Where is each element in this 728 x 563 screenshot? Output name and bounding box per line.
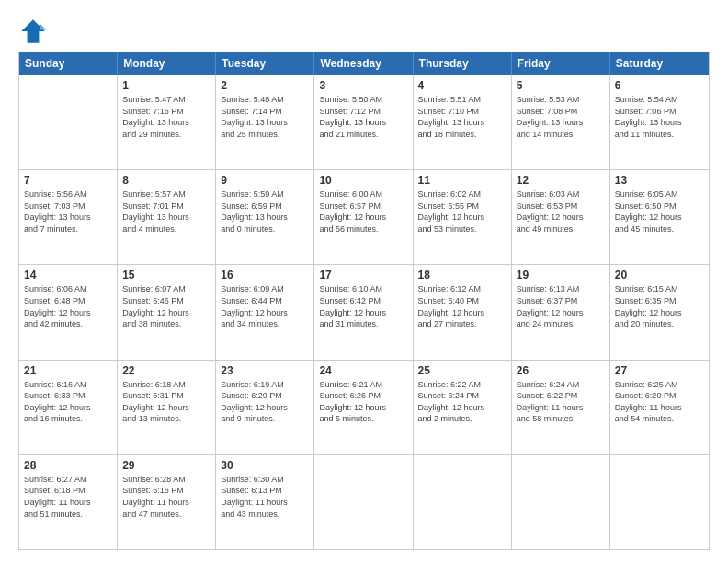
calendar-cell: 15Sunrise: 6:07 AM Sunset: 6:46 PM Dayli…	[118, 265, 216, 359]
logo	[18, 17, 51, 46]
cell-info: Sunrise: 5:48 AM Sunset: 7:14 PM Dayligh…	[221, 94, 309, 140]
calendar-cell: 16Sunrise: 6:09 AM Sunset: 6:44 PM Dayli…	[216, 265, 314, 359]
header-day: Saturday	[610, 52, 709, 75]
calendar-row: 21Sunrise: 6:16 AM Sunset: 6:33 PM Dayli…	[19, 360, 709, 454]
calendar-cell: 8Sunrise: 5:57 AM Sunset: 7:01 PM Daylig…	[118, 170, 216, 264]
calendar-cell	[512, 455, 610, 549]
cell-info: Sunrise: 5:47 AM Sunset: 7:16 PM Dayligh…	[122, 94, 210, 140]
calendar-cell: 18Sunrise: 6:12 AM Sunset: 6:40 PM Dayli…	[414, 265, 512, 359]
calendar-cell: 12Sunrise: 6:03 AM Sunset: 6:53 PM Dayli…	[512, 170, 610, 264]
cell-date: 25	[418, 364, 506, 377]
calendar-cell: 10Sunrise: 6:00 AM Sunset: 6:57 PM Dayli…	[314, 170, 413, 264]
cell-info: Sunrise: 6:05 AM Sunset: 6:50 PM Dayligh…	[615, 189, 704, 235]
calendar-cell: 25Sunrise: 6:22 AM Sunset: 6:24 PM Dayli…	[414, 361, 512, 454]
cell-date: 13	[615, 174, 704, 187]
cell-info: Sunrise: 5:56 AM Sunset: 7:03 PM Dayligh…	[24, 189, 112, 235]
cell-date: 7	[24, 174, 112, 187]
calendar-cell: 14Sunrise: 6:06 AM Sunset: 6:48 PM Dayli…	[19, 265, 118, 359]
cell-info: Sunrise: 6:15 AM Sunset: 6:35 PM Dayligh…	[615, 283, 704, 329]
cell-info: Sunrise: 6:21 AM Sunset: 6:26 PM Dayligh…	[319, 379, 407, 425]
cell-date: 23	[221, 364, 309, 377]
calendar-cell: 23Sunrise: 6:19 AM Sunset: 6:29 PM Dayli…	[216, 361, 314, 454]
cell-info: Sunrise: 6:02 AM Sunset: 6:55 PM Dayligh…	[418, 189, 506, 235]
calendar-row: 14Sunrise: 6:06 AM Sunset: 6:48 PM Dayli…	[19, 264, 709, 359]
calendar-row: 7Sunrise: 5:56 AM Sunset: 7:03 PM Daylig…	[19, 169, 709, 264]
cell-date: 3	[319, 79, 407, 92]
header-day: Sunday	[19, 52, 118, 75]
cell-info: Sunrise: 6:06 AM Sunset: 6:48 PM Dayligh…	[24, 283, 112, 329]
cell-info: Sunrise: 6:22 AM Sunset: 6:24 PM Dayligh…	[418, 379, 506, 425]
calendar-cell: 6Sunrise: 5:54 AM Sunset: 7:06 PM Daylig…	[610, 75, 709, 169]
cell-date: 11	[418, 174, 506, 187]
calendar-cell: 28Sunrise: 6:27 AM Sunset: 6:18 PM Dayli…	[19, 455, 118, 549]
calendar-cell: 26Sunrise: 6:24 AM Sunset: 6:22 PM Dayli…	[512, 361, 610, 454]
calendar-cell: 27Sunrise: 6:25 AM Sunset: 6:20 PM Dayli…	[610, 361, 709, 454]
calendar-cell: 13Sunrise: 6:05 AM Sunset: 6:50 PM Dayli…	[610, 170, 709, 264]
calendar-body: 1Sunrise: 5:47 AM Sunset: 7:16 PM Daylig…	[19, 75, 709, 549]
cell-info: Sunrise: 6:18 AM Sunset: 6:31 PM Dayligh…	[122, 379, 210, 425]
calendar-cell: 20Sunrise: 6:15 AM Sunset: 6:35 PM Dayli…	[610, 265, 709, 359]
cell-date: 19	[517, 269, 605, 282]
calendar-cell: 9Sunrise: 5:59 AM Sunset: 6:59 PM Daylig…	[216, 170, 314, 264]
cell-date: 18	[418, 269, 506, 282]
calendar-cell: 17Sunrise: 6:10 AM Sunset: 6:42 PM Dayli…	[314, 265, 413, 359]
calendar: SundayMondayTuesdayWednesdayThursdayFrid…	[18, 52, 710, 550]
svg-marker-0	[21, 19, 45, 43]
cell-date: 22	[122, 364, 210, 377]
cell-date: 5	[517, 79, 605, 92]
cell-info: Sunrise: 6:27 AM Sunset: 6:18 PM Dayligh…	[24, 474, 112, 520]
cell-date: 12	[517, 174, 605, 187]
calendar-cell: 22Sunrise: 6:18 AM Sunset: 6:31 PM Dayli…	[118, 361, 216, 454]
calendar-row: 28Sunrise: 6:27 AM Sunset: 6:18 PM Dayli…	[19, 454, 709, 549]
calendar-cell	[610, 455, 709, 549]
cell-date: 4	[418, 79, 506, 92]
cell-info: Sunrise: 6:10 AM Sunset: 6:42 PM Dayligh…	[319, 283, 407, 329]
cell-info: Sunrise: 6:09 AM Sunset: 6:44 PM Dayligh…	[221, 283, 309, 329]
header-day: Tuesday	[216, 52, 314, 75]
cell-info: Sunrise: 6:28 AM Sunset: 6:16 PM Dayligh…	[122, 474, 210, 520]
cell-info: Sunrise: 5:53 AM Sunset: 7:08 PM Dayligh…	[517, 94, 605, 140]
calendar-cell: 5Sunrise: 5:53 AM Sunset: 7:08 PM Daylig…	[512, 75, 610, 169]
cell-date: 24	[319, 364, 407, 377]
calendar-cell: 1Sunrise: 5:47 AM Sunset: 7:16 PM Daylig…	[118, 75, 216, 169]
cell-info: Sunrise: 6:25 AM Sunset: 6:20 PM Dayligh…	[615, 379, 704, 425]
page: SundayMondayTuesdayWednesdayThursdayFrid…	[0, 0, 728, 563]
cell-info: Sunrise: 6:19 AM Sunset: 6:29 PM Dayligh…	[221, 379, 309, 425]
calendar-cell: 3Sunrise: 5:50 AM Sunset: 7:12 PM Daylig…	[314, 75, 413, 169]
header-day: Friday	[512, 52, 610, 75]
calendar-row: 1Sunrise: 5:47 AM Sunset: 7:16 PM Daylig…	[19, 75, 709, 169]
cell-info: Sunrise: 6:30 AM Sunset: 6:13 PM Dayligh…	[221, 474, 309, 520]
cell-date: 1	[122, 79, 210, 92]
cell-info: Sunrise: 5:57 AM Sunset: 7:01 PM Dayligh…	[122, 189, 210, 235]
cell-date: 8	[122, 174, 210, 187]
cell-date: 29	[122, 459, 210, 472]
cell-date: 14	[24, 269, 112, 282]
calendar-header: SundayMondayTuesdayWednesdayThursdayFrid…	[19, 52, 709, 75]
header-day: Thursday	[414, 52, 512, 75]
cell-date: 6	[615, 79, 704, 92]
calendar-cell: 19Sunrise: 6:13 AM Sunset: 6:37 PM Dayli…	[512, 265, 610, 359]
cell-info: Sunrise: 5:51 AM Sunset: 7:10 PM Dayligh…	[418, 94, 506, 140]
cell-date: 27	[615, 364, 704, 377]
cell-info: Sunrise: 5:54 AM Sunset: 7:06 PM Dayligh…	[615, 94, 704, 140]
cell-date: 21	[24, 364, 112, 377]
cell-date: 28	[24, 459, 112, 472]
cell-date: 30	[221, 459, 309, 472]
calendar-cell: 11Sunrise: 6:02 AM Sunset: 6:55 PM Dayli…	[414, 170, 512, 264]
header-day: Wednesday	[314, 52, 413, 75]
cell-info: Sunrise: 6:00 AM Sunset: 6:57 PM Dayligh…	[319, 189, 407, 235]
calendar-cell: 24Sunrise: 6:21 AM Sunset: 6:26 PM Dayli…	[314, 361, 413, 454]
calendar-cell: 30Sunrise: 6:30 AM Sunset: 6:13 PM Dayli…	[216, 455, 314, 549]
cell-info: Sunrise: 6:07 AM Sunset: 6:46 PM Dayligh…	[122, 283, 210, 329]
header-day: Monday	[118, 52, 216, 75]
calendar-cell	[414, 455, 512, 549]
cell-date: 17	[319, 269, 407, 282]
calendar-cell: 29Sunrise: 6:28 AM Sunset: 6:16 PM Dayli…	[118, 455, 216, 549]
cell-info: Sunrise: 6:12 AM Sunset: 6:40 PM Dayligh…	[418, 283, 506, 329]
cell-info: Sunrise: 6:24 AM Sunset: 6:22 PM Dayligh…	[517, 379, 605, 425]
cell-info: Sunrise: 6:13 AM Sunset: 6:37 PM Dayligh…	[517, 283, 605, 329]
calendar-cell: 4Sunrise: 5:51 AM Sunset: 7:10 PM Daylig…	[414, 75, 512, 169]
header	[18, 17, 710, 46]
cell-info: Sunrise: 6:16 AM Sunset: 6:33 PM Dayligh…	[24, 379, 112, 425]
calendar-cell: 2Sunrise: 5:48 AM Sunset: 7:14 PM Daylig…	[216, 75, 314, 169]
